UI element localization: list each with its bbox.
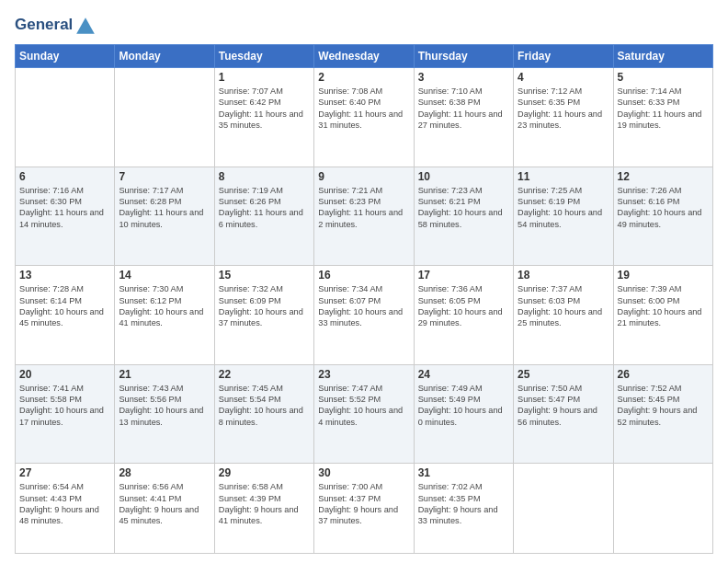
day-number: 8 xyxy=(219,170,310,183)
calendar-cell: 14Sunrise: 7:30 AM Sunset: 6:12 PM Dayli… xyxy=(115,266,214,365)
day-info: Sunrise: 7:10 AM Sunset: 6:38 PM Dayligh… xyxy=(418,86,509,132)
day-info: Sunrise: 7:12 AM Sunset: 6:35 PM Dayligh… xyxy=(518,86,609,132)
page: General SundayMondayTuesdayWednesdayThur… xyxy=(0,0,728,563)
calendar-cell: 5Sunrise: 7:14 AM Sunset: 6:33 PM Daylig… xyxy=(613,68,712,167)
calendar-cell: 3Sunrise: 7:10 AM Sunset: 6:38 PM Daylig… xyxy=(414,68,513,167)
day-info: Sunrise: 7:26 AM Sunset: 6:16 PM Dayligh… xyxy=(618,185,709,231)
calendar-cell: 18Sunrise: 7:37 AM Sunset: 6:03 PM Dayli… xyxy=(514,266,613,365)
day-info: Sunrise: 6:54 AM Sunset: 4:43 PM Dayligh… xyxy=(19,481,110,527)
calendar-cell: 22Sunrise: 7:45 AM Sunset: 5:54 PM Dayli… xyxy=(214,364,313,464)
calendar-cell: 15Sunrise: 7:32 AM Sunset: 6:09 PM Dayli… xyxy=(214,266,313,365)
weekday-header-thursday: Thursday xyxy=(414,45,513,68)
day-info: Sunrise: 7:23 AM Sunset: 6:21 PM Dayligh… xyxy=(418,185,509,231)
day-number: 21 xyxy=(119,368,210,381)
calendar-cell: 24Sunrise: 7:49 AM Sunset: 5:49 PM Dayli… xyxy=(414,364,513,464)
day-number: 4 xyxy=(518,71,609,84)
calendar-week-row: 13Sunrise: 7:28 AM Sunset: 6:14 PM Dayli… xyxy=(16,266,713,365)
day-number: 15 xyxy=(219,269,310,282)
day-number: 29 xyxy=(219,466,310,479)
day-info: Sunrise: 7:17 AM Sunset: 6:28 PM Dayligh… xyxy=(119,185,210,231)
calendar-cell: 17Sunrise: 7:36 AM Sunset: 6:05 PM Dayli… xyxy=(414,266,513,365)
calendar-cell: 7Sunrise: 7:17 AM Sunset: 6:28 PM Daylig… xyxy=(115,167,214,266)
weekday-header-tuesday: Tuesday xyxy=(214,45,313,68)
calendar-cell xyxy=(16,68,115,167)
day-info: Sunrise: 7:39 AM Sunset: 6:00 PM Dayligh… xyxy=(618,283,709,329)
day-number: 13 xyxy=(19,269,110,282)
day-info: Sunrise: 7:07 AM Sunset: 6:42 PM Dayligh… xyxy=(219,86,310,132)
calendar-cell xyxy=(613,464,712,554)
day-info: Sunrise: 7:32 AM Sunset: 6:09 PM Dayligh… xyxy=(219,283,310,329)
day-number: 31 xyxy=(418,466,509,479)
calendar-week-row: 6Sunrise: 7:16 AM Sunset: 6:30 PM Daylig… xyxy=(16,167,713,266)
calendar-cell: 16Sunrise: 7:34 AM Sunset: 6:07 PM Dayli… xyxy=(314,266,414,365)
day-info: Sunrise: 7:37 AM Sunset: 6:03 PM Dayligh… xyxy=(518,283,609,329)
day-number: 7 xyxy=(119,170,210,183)
calendar-cell: 23Sunrise: 7:47 AM Sunset: 5:52 PM Dayli… xyxy=(314,364,414,464)
day-info: Sunrise: 7:34 AM Sunset: 6:07 PM Dayligh… xyxy=(318,283,409,329)
header: General xyxy=(15,15,713,37)
day-info: Sunrise: 7:52 AM Sunset: 5:45 PM Dayligh… xyxy=(618,383,709,429)
day-info: Sunrise: 7:02 AM Sunset: 4:35 PM Dayligh… xyxy=(418,481,509,527)
day-number: 23 xyxy=(318,368,409,381)
day-info: Sunrise: 7:41 AM Sunset: 5:58 PM Dayligh… xyxy=(19,383,110,429)
day-number: 18 xyxy=(518,269,609,282)
calendar-cell: 25Sunrise: 7:50 AM Sunset: 5:47 PM Dayli… xyxy=(514,364,613,464)
day-info: Sunrise: 7:16 AM Sunset: 6:30 PM Dayligh… xyxy=(19,185,110,231)
calendar-cell: 11Sunrise: 7:25 AM Sunset: 6:19 PM Dayli… xyxy=(514,167,613,266)
calendar-cell: 21Sunrise: 7:43 AM Sunset: 5:56 PM Dayli… xyxy=(115,364,214,464)
day-info: Sunrise: 7:25 AM Sunset: 6:19 PM Dayligh… xyxy=(518,185,609,231)
svg-marker-0 xyxy=(76,17,95,33)
day-info: Sunrise: 7:47 AM Sunset: 5:52 PM Dayligh… xyxy=(318,383,409,429)
day-number: 22 xyxy=(219,368,310,381)
calendar-cell: 30Sunrise: 7:00 AM Sunset: 4:37 PM Dayli… xyxy=(314,464,414,554)
day-number: 14 xyxy=(119,269,210,282)
calendar-cell: 19Sunrise: 7:39 AM Sunset: 6:00 PM Dayli… xyxy=(613,266,712,365)
logo-text: General xyxy=(15,15,97,37)
day-number: 12 xyxy=(618,170,709,183)
day-info: Sunrise: 7:08 AM Sunset: 6:40 PM Dayligh… xyxy=(318,86,409,132)
day-number: 30 xyxy=(318,466,409,479)
calendar-cell: 2Sunrise: 7:08 AM Sunset: 6:40 PM Daylig… xyxy=(314,68,414,167)
weekday-header-monday: Monday xyxy=(115,45,214,68)
weekday-header-row: SundayMondayTuesdayWednesdayThursdayFrid… xyxy=(16,45,713,68)
calendar-week-row: 1Sunrise: 7:07 AM Sunset: 6:42 PM Daylig… xyxy=(16,68,713,167)
logo-area: General xyxy=(15,15,97,37)
day-info: Sunrise: 7:19 AM Sunset: 6:26 PM Dayligh… xyxy=(219,185,310,231)
day-number: 3 xyxy=(418,71,509,84)
day-info: Sunrise: 7:00 AM Sunset: 4:37 PM Dayligh… xyxy=(318,481,409,527)
calendar-cell xyxy=(115,68,214,167)
calendar-cell xyxy=(514,464,613,554)
weekday-header-friday: Friday xyxy=(514,45,613,68)
day-info: Sunrise: 6:58 AM Sunset: 4:39 PM Dayligh… xyxy=(219,481,310,527)
day-number: 2 xyxy=(318,71,409,84)
day-number: 6 xyxy=(19,170,110,183)
calendar-week-row: 20Sunrise: 7:41 AM Sunset: 5:58 PM Dayli… xyxy=(16,364,713,464)
calendar-cell: 9Sunrise: 7:21 AM Sunset: 6:23 PM Daylig… xyxy=(314,167,414,266)
weekday-header-wednesday: Wednesday xyxy=(314,45,414,68)
day-number: 17 xyxy=(418,269,509,282)
day-info: Sunrise: 7:14 AM Sunset: 6:33 PM Dayligh… xyxy=(618,86,709,132)
calendar-cell: 20Sunrise: 7:41 AM Sunset: 5:58 PM Dayli… xyxy=(16,364,115,464)
day-number: 26 xyxy=(618,368,709,381)
day-number: 19 xyxy=(618,269,709,282)
calendar-cell: 13Sunrise: 7:28 AM Sunset: 6:14 PM Dayli… xyxy=(16,266,115,365)
calendar-table: SundayMondayTuesdayWednesdayThursdayFrid… xyxy=(15,44,713,554)
calendar-cell: 8Sunrise: 7:19 AM Sunset: 6:26 PM Daylig… xyxy=(214,167,313,266)
day-number: 11 xyxy=(518,170,609,183)
day-number: 24 xyxy=(418,368,509,381)
calendar-cell: 10Sunrise: 7:23 AM Sunset: 6:21 PM Dayli… xyxy=(414,167,513,266)
day-info: Sunrise: 7:45 AM Sunset: 5:54 PM Dayligh… xyxy=(219,383,310,429)
day-number: 1 xyxy=(219,71,310,84)
day-number: 9 xyxy=(318,170,409,183)
day-number: 28 xyxy=(119,466,210,479)
day-number: 25 xyxy=(518,368,609,381)
calendar-cell: 31Sunrise: 7:02 AM Sunset: 4:35 PM Dayli… xyxy=(414,464,513,554)
day-info: Sunrise: 7:50 AM Sunset: 5:47 PM Dayligh… xyxy=(518,383,609,429)
day-number: 27 xyxy=(19,466,110,479)
day-info: Sunrise: 7:28 AM Sunset: 6:14 PM Dayligh… xyxy=(19,283,110,329)
day-info: Sunrise: 7:30 AM Sunset: 6:12 PM Dayligh… xyxy=(119,283,210,329)
day-number: 16 xyxy=(318,269,409,282)
calendar-cell: 29Sunrise: 6:58 AM Sunset: 4:39 PM Dayli… xyxy=(214,464,313,554)
calendar-week-row: 27Sunrise: 6:54 AM Sunset: 4:43 PM Dayli… xyxy=(16,464,713,554)
day-info: Sunrise: 7:36 AM Sunset: 6:05 PM Dayligh… xyxy=(418,283,509,329)
